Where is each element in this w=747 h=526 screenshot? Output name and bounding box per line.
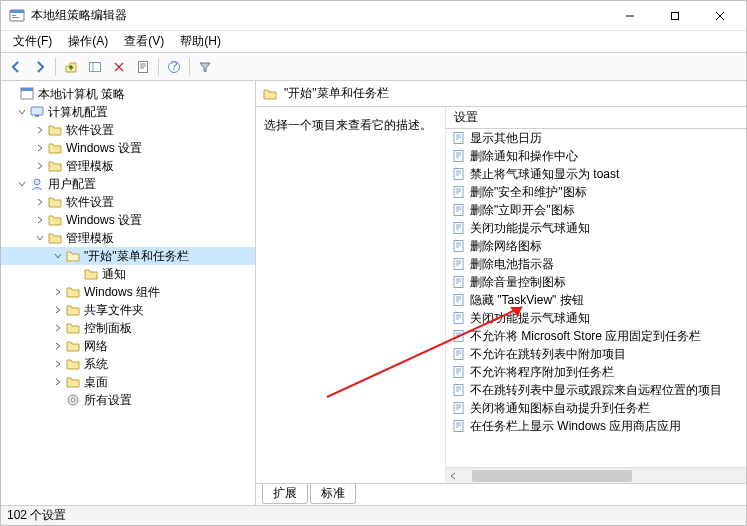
details-content: 选择一个项目来查看它的描述。 设置 显示其他日历删除通知和操作中心禁止将气球通知…	[256, 107, 746, 483]
setting-label: 不允许将 Microsoft Store 应用固定到任务栏	[470, 328, 701, 345]
tree-all-settings[interactable]: 所有设置	[1, 391, 255, 409]
chevron-right-icon[interactable]	[51, 357, 65, 371]
policy-item-icon	[452, 167, 466, 181]
menu-view[interactable]: 查看(V)	[116, 31, 172, 52]
tree-pane[interactable]: 本地计算机 策略 计算机配置 软件设置 Windows 设置 管理模板 用户配置	[1, 81, 256, 505]
tree-windows-settings[interactable]: Windows 设置	[1, 211, 255, 229]
horizontal-scrollbar[interactable]	[446, 467, 746, 483]
maximize-button[interactable]	[652, 1, 697, 30]
setting-item[interactable]: 不允许将 Microsoft Store 应用固定到任务栏	[446, 327, 746, 345]
chevron-down-icon[interactable]	[15, 105, 29, 119]
chevron-right-icon[interactable]	[33, 195, 47, 209]
minimize-button[interactable]	[607, 1, 652, 30]
menu-action[interactable]: 操作(A)	[60, 31, 116, 52]
chevron-down-icon[interactable]	[15, 177, 29, 191]
status-text: 102 个设置	[7, 507, 66, 524]
chevron-right-icon[interactable]	[33, 213, 47, 227]
setting-item[interactable]: 在任务栏上显示 Windows 应用商店应用	[446, 417, 746, 435]
setting-item[interactable]: 关闭功能提示气球通知	[446, 309, 746, 327]
help-button[interactable]: ?	[163, 56, 185, 78]
chevron-right-icon[interactable]	[33, 141, 47, 155]
tree-label: 控制面板	[84, 320, 132, 337]
chevron-right-icon[interactable]	[51, 285, 65, 299]
setting-item[interactable]: 隐藏 "TaskView" 按钮	[446, 291, 746, 309]
policy-item-icon	[452, 401, 466, 415]
setting-item[interactable]: 删除电池指示器	[446, 255, 746, 273]
twisty-icon[interactable]	[5, 87, 19, 101]
folder-open-icon	[65, 248, 81, 264]
show-hide-tree-button[interactable]	[84, 56, 106, 78]
chevron-right-icon[interactable]	[33, 159, 47, 173]
folder-icon	[47, 230, 63, 246]
scroll-thumb[interactable]	[472, 470, 632, 482]
setting-item[interactable]: 删除网络图标	[446, 237, 746, 255]
folder-icon	[83, 266, 99, 282]
policy-item-icon	[452, 203, 466, 217]
close-button[interactable]	[697, 1, 742, 30]
svg-rect-2	[12, 15, 16, 16]
svg-rect-69	[454, 331, 463, 342]
tree-network[interactable]: 网络	[1, 337, 255, 355]
computer-icon	[29, 104, 45, 120]
tree-user-config[interactable]: 用户配置	[1, 175, 255, 193]
setting-label: 删除电池指示器	[470, 256, 554, 273]
tree-root[interactable]: 本地计算机 策略	[1, 85, 255, 103]
tree-shared-folders[interactable]: 共享文件夹	[1, 301, 255, 319]
setting-item[interactable]: 关闭功能提示气球通知	[446, 219, 746, 237]
folder-icon	[65, 302, 81, 318]
tree-windows-components[interactable]: Windows 组件	[1, 283, 255, 301]
setting-item[interactable]: 删除"安全和维护"图标	[446, 183, 746, 201]
svg-rect-53	[454, 259, 463, 270]
chevron-right-icon[interactable]	[51, 375, 65, 389]
folder-icon	[262, 86, 278, 102]
tree-computer-config[interactable]: 计算机配置	[1, 103, 255, 121]
tree-windows-settings[interactable]: Windows 设置	[1, 139, 255, 157]
setting-item[interactable]: 删除通知和操作中心	[446, 147, 746, 165]
tree-notifications[interactable]: 通知	[1, 265, 255, 283]
tree-system[interactable]: 系统	[1, 355, 255, 373]
scroll-left-icon[interactable]	[448, 471, 458, 481]
settings-list[interactable]: 显示其他日历删除通知和操作中心禁止将气球通知显示为 toast删除"安全和维护"…	[446, 129, 746, 467]
menu-bar: 文件(F) 操作(A) 查看(V) 帮助(H)	[1, 31, 746, 53]
tree-software-settings[interactable]: 软件设置	[1, 121, 255, 139]
setting-item[interactable]: 不允许在跳转列表中附加项目	[446, 345, 746, 363]
tree-start-taskbar[interactable]: "开始"菜单和任务栏	[1, 247, 255, 265]
column-header-setting[interactable]: 设置	[446, 107, 746, 129]
setting-item[interactable]: 显示其他日历	[446, 129, 746, 147]
svg-rect-25	[454, 133, 463, 144]
tab-extended[interactable]: 扩展	[262, 484, 308, 504]
svg-point-22	[34, 179, 40, 185]
svg-text:?: ?	[171, 60, 178, 73]
nav-forward-button[interactable]	[29, 56, 51, 78]
chevron-down-icon[interactable]	[33, 231, 47, 245]
setting-item[interactable]: 禁止将气球通知显示为 toast	[446, 165, 746, 183]
chevron-right-icon[interactable]	[33, 123, 47, 137]
title-bar: 本地组策略编辑器	[1, 1, 746, 31]
filter-button[interactable]	[194, 56, 216, 78]
chevron-right-icon[interactable]	[51, 339, 65, 353]
tree-admin-templates[interactable]: 管理模板	[1, 157, 255, 175]
setting-item[interactable]: 不允许将程序附加到任务栏	[446, 363, 746, 381]
setting-item[interactable]: 关闭将通知图标自动提升到任务栏	[446, 399, 746, 417]
up-level-button[interactable]	[60, 56, 82, 78]
chevron-right-icon[interactable]	[51, 321, 65, 335]
tree-software-settings[interactable]: 软件设置	[1, 193, 255, 211]
menu-file[interactable]: 文件(F)	[5, 31, 60, 52]
chevron-right-icon[interactable]	[51, 303, 65, 317]
menu-help[interactable]: 帮助(H)	[172, 31, 229, 52]
tree-desktop[interactable]: 桌面	[1, 373, 255, 391]
setting-item[interactable]: 删除音量控制图标	[446, 273, 746, 291]
svg-rect-57	[454, 277, 463, 288]
properties-button[interactable]	[132, 56, 154, 78]
svg-rect-29	[454, 151, 463, 162]
setting-item[interactable]: 删除"立即开会"图标	[446, 201, 746, 219]
tab-standard[interactable]: 标准	[310, 484, 356, 504]
svg-rect-19	[21, 88, 33, 91]
setting-item[interactable]: 不在跳转列表中显示或跟踪来自远程位置的项目	[446, 381, 746, 399]
tree-control-panel[interactable]: 控制面板	[1, 319, 255, 337]
tree-admin-templates[interactable]: 管理模板	[1, 229, 255, 247]
nav-back-button[interactable]	[5, 56, 27, 78]
policy-item-icon	[452, 239, 466, 253]
chevron-down-icon[interactable]	[51, 249, 65, 263]
delete-button[interactable]	[108, 56, 130, 78]
